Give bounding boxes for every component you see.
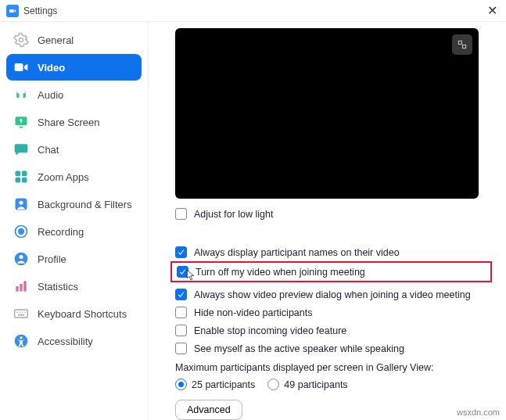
svg-rect-6	[16, 178, 21, 183]
hide-nonvideo-label: Hide non-video participants	[194, 307, 312, 318]
share-screen-icon	[13, 113, 30, 131]
see-myself-active-label: See myself as the active speaker while s…	[194, 343, 404, 354]
accessibility-icon	[13, 332, 30, 350]
svg-point-9	[20, 201, 23, 205]
video-icon	[13, 59, 30, 76]
highlighted-setting: Turn off my video when joining meeting	[170, 261, 492, 282]
svg-rect-17	[15, 310, 28, 318]
sidebar-item-label: Share Screen	[38, 117, 100, 128]
adjust-low-light-row: Adjust for low light	[175, 208, 487, 220]
svg-point-0	[20, 38, 23, 42]
sidebar-item-general[interactable]: General	[6, 27, 142, 53]
svg-rect-15	[20, 284, 22, 292]
window-title: Settings	[23, 5, 484, 16]
enable-stop-incoming-checkbox[interactable]	[175, 325, 187, 336]
apps-icon	[13, 168, 30, 185]
always-display-names-label: Always display participant names on thei…	[194, 247, 400, 258]
background-icon	[13, 196, 30, 213]
sidebar-item-label: Recording	[38, 226, 84, 238]
keyboard-icon	[13, 305, 30, 322]
svg-rect-16	[23, 281, 26, 291]
audio-icon	[13, 86, 30, 103]
close-icon[interactable]: ✕	[484, 3, 500, 18]
always-preview-checkbox[interactable]	[175, 289, 187, 300]
gallery-view-label: Maximum participants displayed per scree…	[175, 362, 487, 373]
svg-rect-4	[16, 171, 21, 177]
video-preview	[175, 28, 479, 199]
svg-rect-25	[458, 41, 461, 44]
see-myself-active-row: See myself as the active speaker while s…	[175, 343, 487, 354]
expand-preview-button[interactable]	[452, 34, 472, 55]
content-panel: Adjust for low light Always display part…	[149, 22, 506, 420]
svg-point-24	[20, 336, 22, 339]
radio-25-participants[interactable]	[175, 379, 187, 390]
turn-off-video-label: Turn off my video when joining meeting	[196, 267, 365, 278]
sidebar-item-recording[interactable]: Recording	[6, 218, 142, 245]
sidebar-item-label: Audio	[38, 89, 63, 101]
sidebar-item-label: Chat	[38, 144, 59, 156]
sidebar-item-label: Keyboard Shortcuts	[38, 308, 127, 320]
enable-stop-incoming-label: Enable stop incoming video feature	[194, 325, 346, 336]
profile-icon	[13, 250, 30, 267]
sidebar-item-audio[interactable]: Audio	[6, 81, 142, 108]
sidebar-item-label: Background & Filters	[38, 199, 132, 210]
main-area: General Video Audio Share Screen Chat Zo…	[0, 22, 506, 420]
sidebar-item-accessibility[interactable]: Accessibility	[6, 328, 142, 354]
sidebar-item-zoom-apps[interactable]: Zoom Apps	[6, 163, 142, 190]
recording-icon	[13, 223, 30, 240]
radio-49-label: 49 participants	[284, 379, 347, 390]
hide-nonvideo-checkbox[interactable]	[175, 307, 187, 318]
sidebar-item-video[interactable]: Video	[6, 54, 142, 81]
always-preview-row: Always show video preview dialog when jo…	[175, 289, 487, 300]
always-display-names-checkbox[interactable]	[175, 246, 187, 258]
advanced-button[interactable]: Advanced	[175, 400, 242, 420]
svg-rect-14	[16, 286, 18, 292]
svg-rect-5	[22, 171, 27, 177]
always-display-names-row: Always display participant names on thei…	[175, 246, 487, 258]
statistics-icon	[13, 278, 30, 295]
sidebar-item-profile[interactable]: Profile	[6, 246, 142, 272]
gear-icon	[13, 31, 30, 48]
svg-rect-26	[463, 45, 466, 48]
svg-point-11	[19, 229, 24, 235]
radio-25-label: 25 participants	[192, 379, 255, 390]
sidebar-item-label: General	[38, 34, 74, 46]
gallery-radio-row: 25 participants 49 participants	[175, 379, 487, 390]
sidebar-item-label: Zoom Apps	[38, 171, 89, 183]
adjust-low-light-checkbox[interactable]	[175, 208, 187, 220]
svg-rect-3	[20, 127, 23, 128]
sidebar-item-statistics[interactable]: Statistics	[6, 273, 142, 300]
see-myself-active-checkbox[interactable]	[175, 343, 187, 354]
sidebar-item-keyboard-shortcuts[interactable]: Keyboard Shortcuts	[6, 300, 142, 327]
sidebar: General Video Audio Share Screen Chat Zo…	[0, 22, 149, 420]
sidebar-item-label: Statistics	[38, 281, 78, 293]
enable-stop-incoming-row: Enable stop incoming video feature	[175, 325, 487, 336]
adjust-low-light-label: Adjust for low light	[194, 209, 273, 220]
zoom-app-icon	[6, 5, 19, 17]
sidebar-item-share-screen[interactable]: Share Screen	[6, 109, 142, 135]
hide-nonvideo-row: Hide non-video participants	[175, 307, 487, 318]
sidebar-item-label: Video	[38, 62, 65, 74]
radio-49-participants[interactable]	[267, 379, 279, 390]
svg-rect-1	[15, 63, 23, 71]
sidebar-item-label: Accessibility	[38, 336, 93, 347]
title-bar: Settings ✕	[0, 0, 506, 22]
always-preview-label: Always show video preview dialog when jo…	[194, 289, 471, 300]
chat-icon	[13, 141, 30, 158]
sidebar-item-label: Profile	[38, 253, 66, 265]
svg-rect-7	[22, 178, 27, 183]
watermark-text: wsxdn.com	[457, 407, 500, 417]
svg-point-13	[20, 255, 23, 259]
sidebar-item-background-filters[interactable]: Background & Filters	[6, 191, 142, 217]
sidebar-item-chat[interactable]: Chat	[6, 136, 142, 163]
cursor-icon	[186, 269, 196, 284]
